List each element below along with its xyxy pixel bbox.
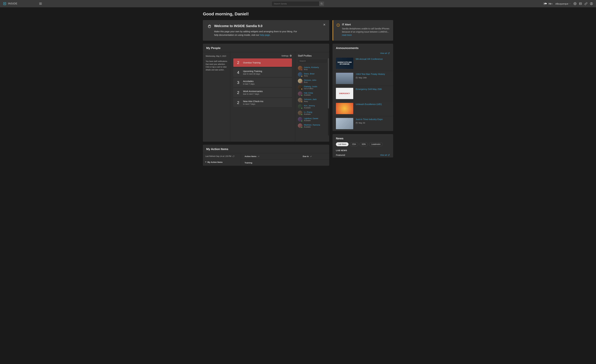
announcement-item[interactable]: Just-in Time Industry Expo May 30 xyxy=(333,116,393,131)
gear-icon[interactable] xyxy=(574,2,576,5)
profile-item[interactable]: Hall, Erika Available xyxy=(298,90,327,97)
announcement-thumbnail: SANDIA'S 5TH ANNXR CONFERE xyxy=(336,58,353,69)
news-pill[interactable]: SDN xyxy=(359,142,368,146)
announcement-title[interactable]: Emergency Drill May 25th xyxy=(356,88,382,90)
announcements-viewall-link[interactable]: View all xyxy=(380,52,390,54)
scrollbar-thumb[interactable] xyxy=(328,58,329,109)
stat-card[interactable]: 3 Accolades in last 7 days xyxy=(233,78,292,87)
announcement-title[interactable]: Unleash Excellence (UEI) xyxy=(356,103,382,105)
announcement-item[interactable]: Unleash Excellence (UEI) xyxy=(333,101,393,116)
news-viewall-link[interactable]: View all xyxy=(380,154,390,156)
stat-title: Overdue Training xyxy=(243,61,261,64)
profile-name[interactable]: Kim, Jeremy xyxy=(304,104,315,107)
announcement-title[interactable]: 5th Annual XR Conference xyxy=(356,58,383,60)
announcement-item[interactable]: 1963 Test Ban Treaty History May 24th xyxy=(333,71,393,86)
stat-card[interactable]: 2 New Hire Check-Ins in next 7 days xyxy=(233,98,292,107)
profile-item[interactable]: Dickson, John Busy xyxy=(298,78,327,84)
profile-name[interactable]: Dickson, John xyxy=(304,79,316,81)
main-row: My People Wednesday, May 3, 2023 You hav… xyxy=(203,44,393,166)
profile-name[interactable]: Flaherty, Justin xyxy=(304,85,317,88)
news-source-label: LAB NEWS xyxy=(333,148,393,152)
user-icon[interactable] xyxy=(590,2,593,5)
news-pill[interactable]: Leaderwire xyxy=(369,142,383,146)
profile-item[interactable]: Flaherty, Justin Out of Office xyxy=(298,84,327,90)
profile-item[interactable]: Johnson, Jack Away xyxy=(298,97,327,103)
status-dot xyxy=(301,95,303,96)
contact-card-icon[interactable] xyxy=(579,2,582,5)
news-featured-row: Featured View all xyxy=(333,152,393,157)
profile-item[interactable]: Davis, Brian Away xyxy=(298,71,327,78)
brand-block[interactable]: INSIDE xyxy=(3,2,17,5)
alert-read-more-link[interactable]: read more xyxy=(342,34,352,36)
action-tree-root[interactable]: My Action Items xyxy=(203,159,241,165)
stat-subtitle: due in next 7 days xyxy=(243,93,263,95)
search-button[interactable] xyxy=(319,1,324,6)
people-settings-button[interactable]: Settings xyxy=(233,54,292,57)
profile-status: Out of Office xyxy=(304,88,317,89)
wave-icon xyxy=(208,24,211,37)
action-group-training[interactable]: Training xyxy=(241,160,329,166)
stat-subtitle: in last 7 days xyxy=(243,83,255,85)
search-input[interactable] xyxy=(272,1,319,6)
sort-icon xyxy=(310,156,312,157)
announcement-thumbnail xyxy=(336,103,353,114)
status-dot xyxy=(301,69,303,71)
stat-card[interactable]: 2 Work Anniversaries due in next 7 days xyxy=(233,88,292,97)
profile-info: Martinez, Ramona Available xyxy=(304,124,320,128)
help-page-link[interactable]: help page xyxy=(260,34,270,36)
profile-name[interactable]: Adams, Kimberly xyxy=(304,66,319,68)
settings-label: Settings xyxy=(281,55,289,57)
profile-name[interactable]: Davis, Brian xyxy=(304,73,315,75)
profile-name[interactable]: Lightfoot, Daniel xyxy=(304,117,318,120)
profile-status: Available xyxy=(304,107,315,109)
people-notice: You have staff notifications that need y… xyxy=(206,60,227,71)
profile-name[interactable]: Hall, Erika xyxy=(304,92,313,94)
menu-icon[interactable] xyxy=(39,2,42,5)
stat-title: New Hire Check-Ins xyxy=(243,100,263,103)
profile-item[interactable]: Lightfoot, Daniel Available xyxy=(298,116,327,122)
action-tree-panel: Last Refresh Sep 14 at 1:30 PM My Action… xyxy=(203,153,241,166)
profile-info: Hall, Erika Available xyxy=(304,92,313,96)
announcement-title[interactable]: 1963 Test Ban Treaty History xyxy=(356,73,385,75)
staff-profiles-panel: Staff Profiles Adams, Kimberly Busy Davi… xyxy=(295,52,329,142)
my-people-header: My People xyxy=(203,44,329,52)
due-in-col[interactable]: Due In xyxy=(303,155,326,157)
weather[interactable]: 78°F xyxy=(543,2,553,6)
alert-body: Sandia deskphones unable to call Sandia … xyxy=(342,27,390,37)
profile-info: Adams, Kimberly Busy xyxy=(304,66,319,70)
close-icon[interactable] xyxy=(323,23,326,26)
news-pill[interactable]: CDA xyxy=(350,142,358,146)
profile-item[interactable]: Adams, Kimberly Busy xyxy=(298,65,327,71)
announcements-card: Announcements View all SANDIA'S 5TH ANNX… xyxy=(333,44,393,131)
announcement-item[interactable]: SANDIA'S 5TH ANNXR CONFERE 5th Annual XR… xyxy=(333,56,393,71)
profile-name[interactable]: Johnson, Jack xyxy=(304,98,317,100)
svg-rect-17 xyxy=(356,77,358,79)
profile-item[interactable]: Li, Zhang Available xyxy=(298,110,327,116)
profile-info: Kim, Jeremy Available xyxy=(304,104,315,109)
announcement-title[interactable]: Just-in Time Industry Expo xyxy=(356,118,383,120)
profiles-search-input[interactable] xyxy=(298,59,327,63)
profile-name[interactable]: Martinez, Ramona xyxy=(304,124,320,126)
action-items-col[interactable]: Action Items xyxy=(245,155,303,157)
status-dot xyxy=(301,88,303,90)
alert-title: IT Alert xyxy=(342,23,390,26)
profile-status: Busy xyxy=(304,68,319,70)
announcements-header: Announcements xyxy=(333,44,393,52)
news-featured-label: Featured xyxy=(336,154,345,156)
profile-item[interactable]: Martinez, Ramona Available xyxy=(298,122,327,129)
link-icon[interactable] xyxy=(584,2,588,5)
welcome-content: Welcome to INSIDE Sandia 9.0 Make this p… xyxy=(214,24,299,37)
news-pill[interactable]: Lab News xyxy=(336,142,349,146)
profile-name[interactable]: Li, Zhang xyxy=(304,111,312,113)
announcement-item[interactable]: EMERGENCY Emergency Drill May 25th xyxy=(333,86,393,101)
profile-item[interactable]: Kim, Jeremy Available xyxy=(298,103,327,110)
topbar-right: 78°F Albuquerque xyxy=(543,2,593,6)
stat-cards-list: 2 Overdue Training 4 Upcoming Training d… xyxy=(233,59,292,107)
refresh-icon[interactable] xyxy=(232,155,234,157)
location-select[interactable]: Albuquerque xyxy=(555,2,571,5)
profile-status: Available xyxy=(304,126,320,128)
scrollbar-track[interactable] xyxy=(328,58,329,136)
action-refresh: Last Refresh Sep 14 at 1:30 PM xyxy=(203,153,241,159)
stat-card[interactable]: 2 Overdue Training xyxy=(233,59,292,67)
stat-card[interactable]: 4 Upcoming Training due in next 30 days xyxy=(233,68,292,77)
